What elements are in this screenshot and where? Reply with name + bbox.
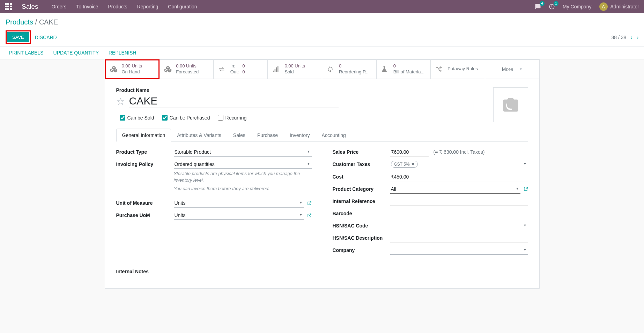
tab-accounting[interactable]: Accounting bbox=[316, 129, 352, 142]
nav-products[interactable]: Products bbox=[108, 4, 127, 9]
stat-more[interactable]: More ▼ bbox=[485, 60, 539, 79]
product-image-upload[interactable] bbox=[493, 87, 528, 122]
uom-label: Unit of Measure bbox=[116, 199, 174, 206]
stat-on-hand-value: 0.00 Units bbox=[122, 63, 142, 69]
invoicing-policy-select[interactable]: Ordered quantities bbox=[174, 160, 312, 169]
barcode-label: Barcode bbox=[333, 209, 390, 216]
product-category-select[interactable]: All bbox=[390, 185, 520, 194]
purchase-uom-select[interactable]: Units bbox=[174, 211, 304, 220]
can-be-sold-checkbox[interactable]: Can be Sold bbox=[120, 115, 154, 121]
tab-sales[interactable]: Sales bbox=[227, 129, 251, 142]
stat-reordering[interactable]: 0 Reordering R... bbox=[322, 60, 377, 79]
breadcrumb-root[interactable]: Products bbox=[6, 18, 33, 26]
messages-icon[interactable]: 4 bbox=[535, 3, 541, 10]
sales-price-incl-taxes: (= ₹ 630.00 Incl. Taxes) bbox=[434, 149, 485, 155]
product-name-label: Product Name bbox=[116, 87, 493, 93]
stat-putaway[interactable]: Putaway Rules bbox=[431, 60, 485, 79]
invoicing-policy-label: Invoicing Policy bbox=[116, 160, 174, 167]
refresh-icon bbox=[326, 66, 335, 73]
hsn-desc-input[interactable] bbox=[390, 234, 528, 242]
stat-buttons: 0.00 Units On Hand 0.00 Units Forecasted… bbox=[105, 60, 539, 79]
tab-purchase[interactable]: Purchase bbox=[251, 129, 284, 142]
breadcrumb-current: CAKE bbox=[39, 18, 58, 26]
stat-sold-value: 0.00 Units bbox=[284, 63, 305, 69]
stat-sold[interactable]: 0.00 Units Sold bbox=[268, 60, 322, 79]
company-switcher[interactable]: My Company bbox=[563, 4, 591, 9]
stat-putaway-label: Putaway Rules bbox=[447, 66, 478, 72]
favorite-star-icon[interactable]: ☆ bbox=[116, 96, 125, 107]
discard-button[interactable]: DISCARD bbox=[35, 35, 57, 40]
stat-on-hand-label: On Hand bbox=[122, 69, 142, 75]
hsn-code-label: HSN/SAC Code bbox=[333, 222, 390, 229]
stat-out-value: 0 bbox=[242, 69, 245, 75]
nav-to-invoice[interactable]: To Invoice bbox=[76, 4, 98, 9]
stat-forecasted[interactable]: 0.00 Units Forecasted bbox=[159, 60, 214, 79]
tax-tag: GST 5% ✕ bbox=[391, 161, 418, 168]
pager-text: 38 / 38 bbox=[612, 35, 627, 40]
top-nav: Sales Orders To Invoice Products Reporti… bbox=[0, 0, 644, 13]
stat-on-hand[interactable]: 0.00 Units On Hand bbox=[105, 60, 160, 79]
apps-icon[interactable] bbox=[5, 3, 12, 10]
recurring-checkbox[interactable]: Recurring bbox=[218, 115, 247, 121]
product-name-input[interactable] bbox=[129, 95, 339, 108]
sales-price-input[interactable] bbox=[390, 148, 429, 157]
avatar: A bbox=[599, 2, 608, 11]
stat-bom[interactable]: 0 Bill of Materia... bbox=[377, 60, 431, 79]
customer-taxes-select[interactable]: GST 5% ✕ bbox=[390, 160, 528, 169]
cost-input[interactable] bbox=[390, 173, 528, 181]
product-type-select[interactable]: Storable Product bbox=[174, 148, 312, 157]
category-external-link-icon[interactable] bbox=[523, 187, 528, 191]
internal-notes-label: Internal Notes bbox=[116, 269, 528, 274]
pager: 38 / 38 ‹ › bbox=[612, 34, 638, 41]
company-label: Company bbox=[333, 246, 390, 253]
tab-inventory[interactable]: Inventory bbox=[284, 129, 316, 142]
product-category-label: Product Category bbox=[333, 185, 390, 192]
pager-prev-icon[interactable]: ‹ bbox=[630, 34, 632, 41]
purchase-uom-external-link-icon[interactable] bbox=[307, 213, 312, 218]
cost-label: Cost bbox=[333, 173, 390, 180]
user-menu[interactable]: A Administrator bbox=[599, 2, 639, 11]
hsn-desc-label: HSN/SAC Description bbox=[333, 234, 390, 241]
customer-taxes-label: Customer Taxes bbox=[333, 160, 390, 167]
stat-in-label: In: bbox=[230, 63, 239, 69]
activities-badge: 1 bbox=[554, 1, 558, 6]
uom-external-link-icon[interactable] bbox=[307, 201, 312, 206]
nav-configuration[interactable]: Configuration bbox=[168, 4, 197, 9]
cubes-icon bbox=[109, 65, 118, 73]
stat-out-label: Out: bbox=[230, 69, 239, 75]
messages-badge: 4 bbox=[540, 1, 545, 6]
print-labels-button[interactable]: PRINT LABELS bbox=[9, 50, 44, 56]
stat-reordering-value: 0 bbox=[339, 63, 370, 69]
stat-bom-label: Bill of Materia... bbox=[393, 69, 425, 75]
internal-reference-input[interactable] bbox=[390, 197, 528, 206]
user-name: Administrator bbox=[610, 4, 639, 9]
control-panel: Products / CAKE SAVE DISCARD 38 / 38 ‹ › bbox=[0, 13, 644, 46]
barcode-input[interactable] bbox=[390, 209, 528, 218]
tab-attributes-variants[interactable]: Attributes & Variants bbox=[171, 129, 227, 142]
remove-tax-icon[interactable]: ✕ bbox=[411, 162, 415, 167]
camera-plus-icon bbox=[500, 96, 521, 114]
stat-forecasted-value: 0.00 Units bbox=[176, 63, 199, 69]
can-be-purchased-checkbox[interactable]: Can be Purchased bbox=[162, 115, 210, 121]
save-button[interactable]: SAVE bbox=[7, 32, 29, 42]
tab-general-information[interactable]: General Information bbox=[116, 129, 171, 142]
company-select[interactable] bbox=[390, 246, 528, 255]
pager-next-icon[interactable]: › bbox=[637, 34, 638, 41]
flask-icon bbox=[381, 66, 390, 73]
transfer-icon bbox=[218, 66, 227, 73]
nav-reporting[interactable]: Reporting bbox=[137, 4, 158, 9]
stat-reordering-label: Reordering R... bbox=[339, 69, 370, 75]
internal-reference-label: Internal Reference bbox=[333, 197, 390, 204]
hsn-code-select[interactable] bbox=[390, 222, 528, 230]
app-title: Sales bbox=[22, 3, 38, 10]
update-quantity-button[interactable]: UPDATE QUANTITY bbox=[53, 50, 99, 56]
cubes-icon bbox=[163, 65, 172, 73]
stat-in-out[interactable]: In: 0 Out: 0 bbox=[214, 60, 268, 79]
action-toolbar: PRINT LABELS UPDATE QUANTITY REPLENISH bbox=[0, 46, 644, 59]
bar-chart-icon bbox=[272, 66, 281, 73]
replenish-button[interactable]: REPLENISH bbox=[109, 50, 136, 56]
sales-price-label: Sales Price bbox=[333, 148, 390, 155]
nav-orders[interactable]: Orders bbox=[52, 4, 67, 9]
uom-select[interactable]: Units bbox=[174, 199, 304, 208]
activities-icon[interactable]: 1 bbox=[549, 3, 555, 10]
